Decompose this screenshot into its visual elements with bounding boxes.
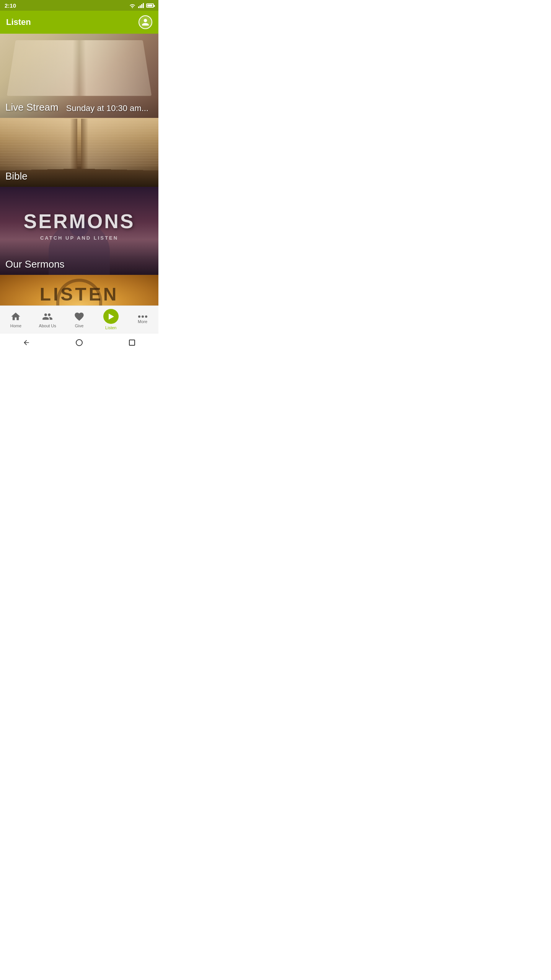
listen-play-button[interactable] — [103, 309, 119, 324]
content-area: Sermons ONLINE • ——— • Live Stream Sunda… — [0, 34, 158, 305]
recents-button[interactable] — [126, 337, 138, 348]
nav-give-label: Give — [75, 323, 84, 328]
bible-card[interactable]: Bible — [0, 118, 158, 187]
sermons-label-row: Our Sermons — [0, 254, 158, 275]
live-stream-sublabel: Sunday at 10:30 am... — [66, 103, 148, 113]
nav-about-us[interactable]: About Us — [32, 306, 64, 333]
nav-home[interactable]: Home — [0, 306, 32, 333]
system-nav-bar — [0, 333, 158, 351]
battery-icon — [146, 3, 154, 8]
nav-about-label: About Us — [39, 323, 56, 328]
sermons-big-label: SERMONS — [24, 210, 135, 233]
listen-partial-card[interactable]: LISTEN — [0, 275, 158, 305]
wifi-icon — [129, 3, 136, 8]
bible-label: Bible — [5, 170, 28, 182]
status-icons — [129, 3, 154, 8]
profile-icon — [141, 18, 150, 26]
profile-button[interactable] — [139, 15, 152, 29]
bible-label-row: Bible — [0, 166, 158, 187]
sermons-card[interactable]: SERMONS CATCH UP AND LISTEN Our Sermons — [0, 187, 158, 275]
nav-listen[interactable]: Listen — [95, 306, 127, 333]
page-title: Listen — [6, 17, 31, 27]
nav-listen-label: Listen — [105, 325, 116, 330]
bottom-nav: Home About Us Give Listen More — [0, 305, 158, 333]
listen-partial-bg: LISTEN — [0, 275, 158, 305]
back-button[interactable] — [21, 337, 32, 348]
group-icon — [42, 311, 53, 322]
catch-up-label: CATCH UP AND LISTEN — [40, 235, 118, 241]
live-stream-labels: Live Stream Sunday at 10:30 am... — [0, 97, 158, 118]
live-stream-label: Live Stream — [5, 101, 59, 113]
home-icon — [10, 311, 21, 322]
nav-more[interactable]: More — [127, 306, 158, 333]
dots-icon — [138, 315, 147, 318]
our-sermons-label: Our Sermons — [5, 258, 65, 270]
listen-partial-text: LISTEN — [40, 284, 119, 305]
nav-home-label: Home — [10, 323, 21, 328]
status-time: 2:10 — [5, 2, 16, 9]
app-header: Listen — [0, 11, 158, 34]
live-stream-card[interactable]: Sermons ONLINE • ——— • Live Stream Sunda… — [0, 34, 158, 118]
nav-more-label: More — [138, 319, 147, 324]
signal-icon — [138, 3, 144, 8]
nav-give[interactable]: Give — [64, 306, 95, 333]
play-triangle-icon — [109, 314, 114, 320]
status-bar: 2:10 — [0, 0, 158, 11]
home-button[interactable] — [73, 337, 85, 348]
heart-icon — [74, 311, 85, 322]
